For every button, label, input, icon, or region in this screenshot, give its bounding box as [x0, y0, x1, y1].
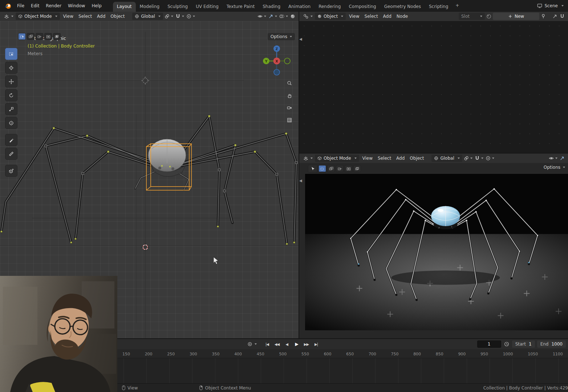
- tool-move[interactable]: [5, 75, 17, 87]
- viewport-menu-item[interactable]: Add: [94, 13, 108, 20]
- frame-end-field[interactable]: End 1000: [537, 340, 566, 348]
- new-material-button[interactable]: New: [493, 13, 539, 20]
- zoom-button[interactable]: [285, 79, 293, 87]
- select-mode-invert-button[interactable]: [44, 33, 52, 40]
- grid-toggle-button[interactable]: [285, 116, 293, 124]
- object-visibility-button[interactable]: [257, 13, 267, 20]
- workspace-tab[interactable]: Compositing: [345, 2, 380, 12]
- spider-body[interactable]: [148, 139, 186, 177]
- render-view-menu-item[interactable]: Add: [394, 155, 407, 162]
- node-editor-menu-item[interactable]: View: [346, 13, 362, 20]
- render-view-menu-item[interactable]: Object: [407, 155, 426, 162]
- current-frame-field[interactable]: 1: [477, 340, 501, 348]
- select-mode-intersect-button[interactable]: [53, 33, 61, 40]
- jump-to-start-button[interactable]: |◀: [263, 340, 272, 348]
- viewport-options-button[interactable]: Options: [268, 33, 295, 40]
- active-tool-button[interactable]: [308, 165, 317, 172]
- tool-rotate[interactable]: [5, 89, 17, 101]
- add-workspace-button[interactable]: +: [452, 1, 462, 11]
- render-canvas[interactable]: [305, 174, 568, 330]
- pin-button[interactable]: [540, 13, 547, 20]
- editor-type-button[interactable]: [3, 13, 15, 20]
- previous-keyframe-button[interactable]: ◀◀: [272, 340, 281, 348]
- node-snap-arrow-button[interactable]: [552, 13, 558, 20]
- shader-node-editor[interactable]: Object ViewSelectAddNode Slot New: [299, 12, 568, 153]
- workspace-tab[interactable]: Modeling: [136, 2, 164, 12]
- workspace-tab[interactable]: Layout: [113, 2, 136, 12]
- workspace-tab[interactable]: Rendering: [315, 2, 345, 12]
- mode-selector[interactable]: Object Mode: [315, 155, 359, 162]
- node-editor-canvas[interactable]: [299, 21, 568, 153]
- gizmos-button[interactable]: [268, 13, 278, 20]
- tool-add-cube[interactable]: [5, 165, 17, 177]
- blender-logo-icon[interactable]: [4, 2, 12, 9]
- gizmo-y-negative[interactable]: [284, 58, 290, 64]
- tool-measure[interactable]: [5, 148, 17, 160]
- viewport-menu-item[interactable]: View: [61, 13, 76, 20]
- topbar-menu-item[interactable]: Render: [42, 2, 65, 9]
- panel-collapse-icon[interactable]: ◀: [299, 179, 302, 183]
- viewport-menu-item[interactable]: Select: [76, 13, 94, 20]
- viewport-menu-item[interactable]: Object: [108, 13, 127, 20]
- workspace-tab[interactable]: Sculpting: [163, 2, 192, 12]
- topbar-menu-item[interactable]: Help: [88, 2, 105, 9]
- node-editor-menu-item[interactable]: Select: [362, 13, 381, 20]
- pivot-point-button[interactable]: [164, 13, 174, 20]
- panel-collapse-icon[interactable]: ◀: [299, 37, 302, 41]
- node-editor-menu-item[interactable]: Node: [394, 13, 410, 20]
- tool-transform[interactable]: [5, 117, 17, 129]
- workspace-tab[interactable]: Animation: [284, 2, 315, 12]
- pivot-point-button[interactable]: [463, 155, 473, 162]
- select-mode-invert-button[interactable]: [345, 165, 352, 172]
- next-keyframe-button[interactable]: ▶▶: [302, 340, 311, 348]
- gizmo-z-negative[interactable]: [274, 69, 280, 75]
- node-snapping-button[interactable]: [559, 13, 565, 20]
- select-mode-subtract-button[interactable]: [36, 33, 43, 40]
- workspace-tab[interactable]: Shading: [259, 2, 284, 12]
- transform-orientation-selector[interactable]: Global: [431, 155, 462, 162]
- workspace-tab[interactable]: Texture Paint: [223, 2, 259, 12]
- snapping-button[interactable]: [474, 155, 484, 162]
- material-slot-selector[interactable]: Slot: [459, 13, 485, 20]
- render-view-menu-item[interactable]: Select: [375, 155, 394, 162]
- shading-sphere-button[interactable]: [289, 13, 296, 20]
- render-view-options-button[interactable]: Options: [544, 165, 565, 170]
- tool-annotate[interactable]: [5, 134, 17, 146]
- mode-selector[interactable]: Object Mode: [16, 13, 60, 20]
- select-mode-extend-button[interactable]: [27, 33, 35, 40]
- editor-type-button[interactable]: [302, 13, 314, 20]
- auto-keying-button[interactable]: [247, 342, 257, 347]
- render-view-menu-item[interactable]: View: [360, 155, 375, 162]
- object-visibility-button[interactable]: [548, 155, 558, 162]
- render-preview-viewport[interactable]: Object Mode ViewSelectAddObject Global: [299, 153, 568, 338]
- select-mode-set-button[interactable]: [319, 165, 326, 172]
- topbar-menu-item[interactable]: Edit: [28, 2, 42, 9]
- scene-selector[interactable]: Scene: [537, 3, 564, 8]
- tool-select-box[interactable]: [5, 48, 17, 60]
- proportional-editing-button[interactable]: [485, 155, 495, 162]
- topbar-menu-item[interactable]: File: [14, 2, 28, 9]
- node-editor-menu-item[interactable]: Add: [381, 13, 394, 20]
- spider-rig-model[interactable]: [0, 115, 297, 245]
- workspace-tab[interactable]: Scripting: [425, 2, 452, 12]
- select-mode-intersect-button[interactable]: [353, 165, 361, 172]
- play-reverse-button[interactable]: ◀: [282, 340, 291, 348]
- tool-scale[interactable]: [5, 103, 17, 115]
- topbar-menu-item[interactable]: Window: [65, 2, 88, 9]
- camera-view-button[interactable]: [285, 104, 293, 112]
- jump-to-end-button[interactable]: ▶|: [312, 340, 321, 348]
- pan-hand-button[interactable]: [285, 91, 293, 99]
- frame-start-field[interactable]: Start 1: [512, 340, 535, 348]
- shader-type-selector[interactable]: Object: [315, 13, 346, 20]
- workspace-tab[interactable]: UV Editing: [192, 2, 223, 12]
- transform-orientation-selector[interactable]: Global: [132, 13, 163, 20]
- gizmos-button[interactable]: [559, 155, 565, 162]
- proportional-editing-button[interactable]: [186, 13, 196, 20]
- tool-cursor[interactable]: [5, 62, 17, 74]
- workspace-tab[interactable]: Geometry Nodes: [380, 2, 425, 12]
- select-mode-extend-button[interactable]: [327, 165, 335, 172]
- play-button[interactable]: ▶: [292, 340, 301, 348]
- navigation-gizmo[interactable]: Z Y X: [261, 44, 292, 76]
- select-mode-set-button[interactable]: [18, 33, 26, 40]
- editor-type-button[interactable]: [302, 155, 314, 162]
